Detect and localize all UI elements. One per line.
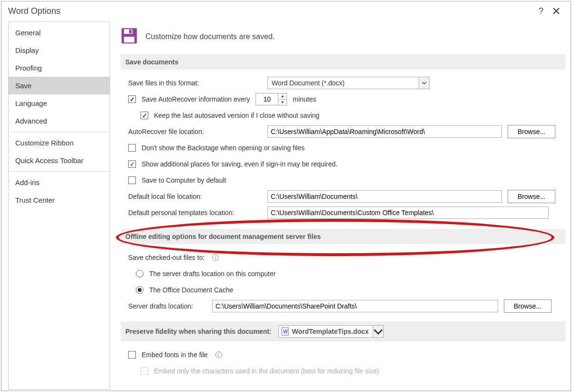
autorecover-checkbox[interactable] (128, 95, 136, 103)
personal-templates-input[interactable] (267, 206, 549, 219)
spin-down-icon[interactable]: ▼ (278, 100, 286, 105)
sidebar-item-general[interactable]: General (9, 24, 110, 41)
save-format-select[interactable]: Word Document (*.docx) (267, 77, 429, 89)
main-panel: Customize how documents are saved. Save … (114, 21, 571, 391)
help-icon[interactable]: ? (533, 4, 549, 18)
sidebar-item-proofing[interactable]: Proofing (9, 59, 110, 77)
autorecover-label: Save AutoRecover information every (142, 95, 250, 103)
radio-server-drafts[interactable] (136, 270, 143, 278)
sidebar-item-quick-access[interactable]: Quick Access Toolbar (9, 152, 110, 169)
sidebar-item-display[interactable]: Display (9, 41, 110, 59)
save-format-value: Word Document (*.docx) (268, 79, 419, 87)
header-text: Customize how documents are saved. (145, 32, 275, 41)
autorecover-loc-label: AutoRecover file location: (128, 128, 262, 135)
embed-fonts-label: Embed fonts in the file (142, 351, 208, 359)
format-label: Save files in this format: (128, 79, 262, 87)
header-row: Customize how documents are saved. (121, 27, 566, 46)
default-local-input[interactable] (267, 190, 502, 203)
spin-up-icon[interactable]: ▲ (278, 93, 286, 100)
save-to-computer-checkbox[interactable] (128, 176, 136, 184)
default-local-label: Default local file location: (128, 193, 262, 200)
autorecover-loc-input[interactable] (267, 125, 502, 138)
embed-fonts-checkbox[interactable] (128, 351, 136, 359)
svg-text:W: W (283, 329, 288, 334)
save-checked-out-label: Save checked-out files to: (128, 254, 204, 261)
svg-rect-5 (124, 37, 134, 42)
save-to-computer-label: Save to Computer by default (142, 176, 226, 184)
server-drafts-input[interactable] (212, 300, 498, 312)
sidebar-item-language[interactable]: Language (9, 94, 110, 112)
keep-last-checkbox[interactable] (141, 112, 148, 119)
show-additional-label: Show additional places for saving, even … (142, 160, 337, 168)
section-save-documents: Save documents (121, 54, 566, 70)
browse-server-drafts-button[interactable]: Browse... (504, 299, 552, 313)
info-icon[interactable]: i (212, 254, 219, 261)
sidebar-item-advanced[interactable]: Advanced (9, 112, 110, 130)
chevron-down-icon (419, 77, 429, 89)
embed-only-chars-label: Embed only the characters used in the do… (154, 367, 379, 375)
minutes-label: minutes (293, 95, 316, 103)
preserve-doc-name: WordTemplateTips.docx (291, 328, 373, 335)
info-icon[interactable]: i (215, 351, 222, 358)
word-doc-icon: W (281, 327, 289, 336)
show-additional-checkbox[interactable] (128, 160, 136, 168)
sidebar-item-trust-center[interactable]: Trust Center (9, 191, 110, 209)
sidebar: General Display Proofing Save Language A… (8, 21, 110, 390)
dont-show-backstage-checkbox[interactable] (128, 144, 136, 152)
word-options-window: Word Options ? General Display Proofing … (1, 1, 571, 391)
personal-templates-label: Default personal templates location: (128, 209, 262, 217)
chevron-down-icon (373, 326, 383, 337)
radio-office-cache-label: The Office Document Cache (149, 286, 233, 294)
sidebar-item-customize-ribbon[interactable]: Customize Ribbon (9, 134, 110, 152)
radio-office-cache[interactable] (136, 286, 143, 294)
sidebar-separator (9, 171, 110, 172)
dont-show-backstage-label: Don't show the Backstage when opening or… (142, 144, 305, 152)
sidebar-item-addins[interactable]: Add-ins (9, 174, 110, 191)
svg-rect-4 (129, 30, 132, 33)
autorecover-minutes-input[interactable] (256, 93, 278, 105)
server-drafts-label: Server drafts location: (128, 302, 206, 310)
section-offline: Offline editing options for document man… (121, 229, 566, 244)
section-preserve: Preserve fidelity when sharing this docu… (121, 321, 566, 341)
embed-only-chars-checkbox (141, 367, 148, 375)
titlebar: Word Options ? (1, 1, 571, 21)
preserve-heading: Preserve fidelity when sharing this docu… (125, 328, 272, 335)
save-icon (121, 27, 138, 46)
browse-autorecover-button[interactable]: Browse... (508, 125, 555, 138)
sidebar-separator (9, 132, 110, 132)
browse-default-local-button[interactable]: Browse... (508, 190, 555, 203)
radio-server-drafts-label: The server drafts location on this compu… (149, 270, 276, 278)
window-title: Word Options (8, 6, 61, 16)
keep-last-label: Keep the last autosaved version if I clo… (154, 112, 319, 119)
preserve-doc-select[interactable]: W WordTemplateTips.docx (278, 325, 384, 338)
autorecover-minutes-spinner[interactable]: ▲▼ (255, 93, 287, 105)
sidebar-item-save[interactable]: Save (9, 77, 110, 94)
close-icon[interactable] (549, 4, 564, 18)
